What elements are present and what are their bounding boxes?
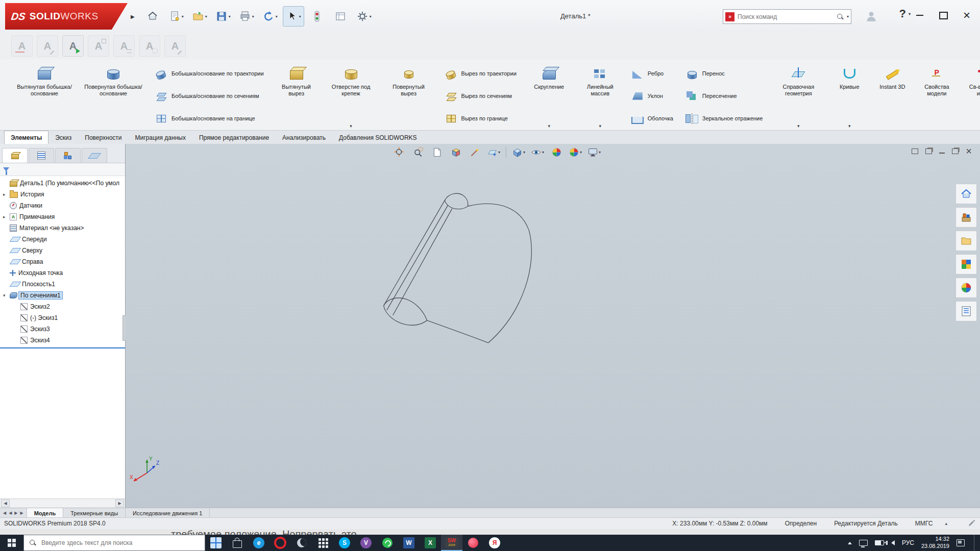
edge-app-button[interactable]: e	[248, 535, 270, 551]
chevron-down-icon[interactable]: ▾	[599, 123, 602, 130]
tree-item-sketch3[interactable]: Эскиз3	[0, 323, 125, 335]
close-button[interactable]: ×	[958, 7, 976, 23]
configurationmanager-tab[interactable]	[55, 148, 81, 163]
chevron-down-icon[interactable]: ▾	[370, 14, 372, 19]
window-tile-icon[interactable]	[912, 148, 918, 154]
dimxpertmanager-tab[interactable]	[82, 148, 107, 163]
whatsapp-app-button[interactable]	[377, 535, 398, 551]
tree-item-front-plane[interactable]: Спереди	[0, 234, 125, 245]
tab-evaluate[interactable]: Анализировать	[276, 131, 332, 144]
save-button[interactable]: ▾	[212, 6, 234, 27]
doc-restore-icon[interactable]	[952, 148, 959, 154]
tree-item-plane1[interactable]: Плоскость1	[0, 279, 125, 290]
chevron-down-icon[interactable]: ▾	[252, 14, 254, 19]
loft-model-wireframe[interactable]	[126, 144, 980, 508]
tab-surfaces[interactable]: Поверхности	[78, 131, 128, 144]
design-library-button[interactable]	[955, 207, 977, 228]
yandex-browser-button[interactable]: Я	[484, 535, 505, 551]
draft-button[interactable]: Уклон	[627, 85, 677, 107]
mirror-button[interactable]: Зеркальное отражение	[682, 107, 767, 130]
view-planes-button[interactable]: ▾	[485, 145, 502, 159]
scroll-right-icon[interactable]: ▶	[115, 499, 124, 507]
intersect-button[interactable]: Пересечение	[682, 85, 767, 107]
tree-item-sketch2[interactable]: Эскиз2	[0, 301, 125, 312]
tab-features[interactable]: Элементы	[4, 131, 48, 144]
photos-app-button[interactable]	[205, 535, 227, 551]
tree-filter-row[interactable]	[0, 163, 125, 176]
select-tool-button[interactable]: ▾	[283, 6, 304, 27]
previous-view-button[interactable]	[429, 145, 445, 159]
mail-app-button[interactable]	[462, 535, 484, 551]
revolved-cut-button[interactable]: Повернутый вырез	[382, 61, 436, 98]
doc-close-icon[interactable]: ×	[966, 146, 972, 156]
featuremanager-tree-tab[interactable]	[2, 148, 28, 163]
chevron-down-icon[interactable]: ▾	[580, 150, 582, 155]
tab-direct-editing[interactable]: Прямое редактирование	[192, 131, 276, 144]
view-settings-button[interactable]: ▾	[586, 145, 602, 159]
taskbar-search[interactable]	[23, 535, 205, 551]
action-center-icon[interactable]	[957, 539, 965, 546]
boundary-boss-button[interactable]: Бобышка/основание на границе	[151, 107, 267, 130]
tree-item-sketch1[interactable]: (-) Эскиз1	[0, 312, 125, 323]
taskbar-clock[interactable]: 14:32 23.08.2019	[921, 536, 949, 550]
apply-scene-button[interactable]: ▾	[567, 145, 583, 159]
tab-data-migration[interactable]: Миграция данных	[129, 131, 192, 144]
tree-horizontal-scrollbar[interactable]: ◀ ▶	[0, 498, 125, 508]
custom-properties-button[interactable]	[955, 301, 977, 321]
tab-model[interactable]: Модель	[27, 508, 64, 518]
command-search-input[interactable]	[737, 13, 835, 21]
command-search[interactable]: » ▾	[723, 9, 851, 24]
user-account-button[interactable]	[863, 8, 880, 24]
yandex-disk-app-button[interactable]	[291, 535, 312, 551]
store-app-button[interactable]	[227, 535, 248, 551]
units-label[interactable]: ММГС	[915, 520, 933, 527]
move-button[interactable]: Перенос	[682, 62, 767, 85]
chevron-down-icon[interactable]: ▾	[599, 150, 601, 155]
undo-button[interactable]: ▾	[259, 6, 281, 27]
tray-expand-icon[interactable]	[848, 542, 852, 544]
chevron-down-icon[interactable]: ▾	[350, 123, 352, 130]
graphics-viewport[interactable]: ▾ ▾ ▾ ▾ ▾ ×	[126, 144, 980, 508]
text-wizard-tool-button[interactable]: A	[164, 35, 186, 57]
taskbar-search-input[interactable]	[40, 539, 200, 547]
chevron-down-icon[interactable]: ▾	[276, 14, 278, 19]
solidworks-app-button[interactable]: SW2018	[441, 535, 462, 551]
tab-sketch[interactable]: Эскиз	[48, 131, 78, 144]
appearances-button[interactable]	[955, 278, 977, 298]
collapse-icon[interactable]: ▾	[3, 293, 10, 298]
hole-wizard-button[interactable]: Отверстие под крепеж	[326, 61, 377, 98]
print-button[interactable]: ▾	[236, 6, 257, 27]
tree-item-right-plane[interactable]: Справа	[0, 256, 125, 267]
section-view-button[interactable]	[448, 145, 464, 159]
file-properties-button[interactable]	[330, 6, 351, 27]
curves-button[interactable]: Кривые	[830, 61, 868, 92]
menu-expand-icon[interactable]: ▶	[131, 14, 135, 19]
shell-button[interactable]: Оболочка	[627, 107, 677, 130]
last-tab-icon[interactable]: ▶	[19, 511, 24, 515]
options-button[interactable]: ▾	[353, 6, 375, 27]
rollback-bar[interactable]	[0, 347, 125, 348]
minimize-button[interactable]	[911, 7, 929, 23]
translate-text-tool-button[interactable]: A	[62, 35, 84, 57]
units-expand-icon[interactable]: ▴	[945, 521, 947, 526]
chevron-down-icon[interactable]: ▾	[299, 14, 301, 19]
lofted-boss-button[interactable]: Бобышка/основание по сечениям	[151, 85, 267, 107]
zoom-to-area-button[interactable]	[410, 145, 426, 159]
magic-wand-button[interactable]	[467, 145, 483, 159]
view-orientation-button[interactable]: ▾	[510, 145, 527, 159]
tree-item-material[interactable]: Материал <не указан>	[0, 222, 125, 234]
next-tab-icon[interactable]: ▶	[13, 511, 18, 515]
window-cascade-icon[interactable]	[925, 148, 932, 154]
tree-item-root[interactable]: Деталь1 (По умолчанию<<По умол	[0, 178, 125, 189]
tree-item-sketch4[interactable]: Эскиз4	[0, 335, 125, 346]
maximize-button[interactable]	[934, 7, 952, 23]
volume-tray-icon[interactable]	[891, 540, 895, 545]
chevron-down-icon[interactable]: ▾	[229, 14, 231, 19]
spellcheck-tool-button[interactable]: A	[11, 35, 33, 57]
rebuild-button[interactable]	[306, 6, 328, 27]
language-indicator[interactable]: РУС	[902, 539, 914, 546]
text-size-tool-button[interactable]: A	[88, 35, 109, 57]
file-explorer-button[interactable]	[955, 231, 977, 251]
lofted-cut-button[interactable]: Вырез по сечениям	[441, 85, 520, 107]
tab-addins[interactable]: Добавления SOLIDWORKS	[332, 131, 424, 144]
